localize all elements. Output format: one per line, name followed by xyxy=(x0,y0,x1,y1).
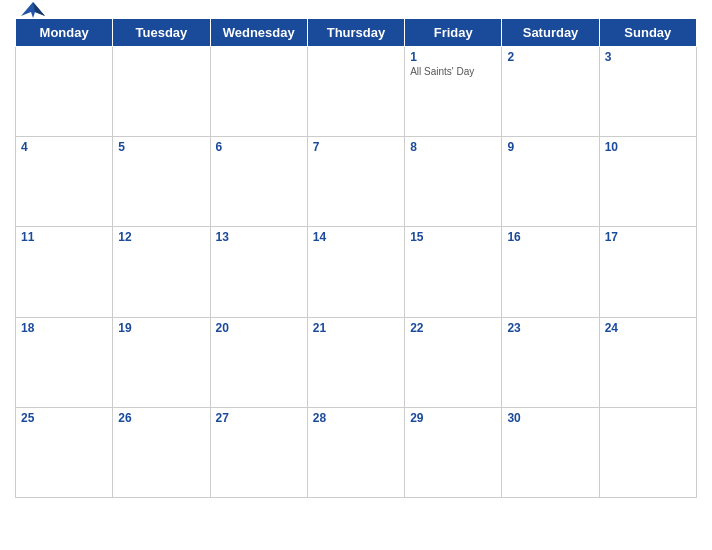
date-cell-28: 28 xyxy=(307,407,404,497)
date-cell-11: 11 xyxy=(16,227,113,317)
date-number: 8 xyxy=(410,140,496,154)
date-number: 19 xyxy=(118,321,204,335)
date-cell-27: 27 xyxy=(210,407,307,497)
date-number: 25 xyxy=(21,411,107,425)
weekday-header-monday: Monday xyxy=(16,19,113,47)
date-cell-16: 16 xyxy=(502,227,599,317)
date-cell-1: 1All Saints' Day xyxy=(405,47,502,137)
date-number: 29 xyxy=(410,411,496,425)
date-cell-12: 12 xyxy=(113,227,210,317)
date-number: 17 xyxy=(605,230,691,244)
date-number: 5 xyxy=(118,140,204,154)
date-number: 22 xyxy=(410,321,496,335)
empty-cell xyxy=(210,47,307,137)
date-cell-26: 26 xyxy=(113,407,210,497)
date-number: 21 xyxy=(313,321,399,335)
weekday-header-tuesday: Tuesday xyxy=(113,19,210,47)
weekday-header-friday: Friday xyxy=(405,19,502,47)
date-number: 2 xyxy=(507,50,593,64)
logo-icon xyxy=(15,0,51,22)
date-number: 6 xyxy=(216,140,302,154)
svg-marker-0 xyxy=(21,2,45,18)
date-number: 3 xyxy=(605,50,691,64)
date-cell-14: 14 xyxy=(307,227,404,317)
date-cell-8: 8 xyxy=(405,137,502,227)
date-cell-29: 29 xyxy=(405,407,502,497)
date-cell-4: 4 xyxy=(16,137,113,227)
date-cell-20: 20 xyxy=(210,317,307,407)
date-number: 20 xyxy=(216,321,302,335)
date-number: 27 xyxy=(216,411,302,425)
logo xyxy=(15,0,51,22)
weekday-header-saturday: Saturday xyxy=(502,19,599,47)
date-cell-30: 30 xyxy=(502,407,599,497)
week-row-1: 1All Saints' Day23 xyxy=(16,47,697,137)
svg-marker-1 xyxy=(33,2,45,16)
weekday-header-thursday: Thursday xyxy=(307,19,404,47)
date-number: 9 xyxy=(507,140,593,154)
date-cell-2: 2 xyxy=(502,47,599,137)
date-cell-10: 10 xyxy=(599,137,696,227)
empty-cell xyxy=(16,47,113,137)
calendar-table: MondayTuesdayWednesdayThursdayFridaySatu… xyxy=(15,18,697,498)
date-number: 10 xyxy=(605,140,691,154)
holiday-label: All Saints' Day xyxy=(410,66,496,77)
date-number: 14 xyxy=(313,230,399,244)
date-number: 12 xyxy=(118,230,204,244)
date-number: 26 xyxy=(118,411,204,425)
date-number: 4 xyxy=(21,140,107,154)
date-cell-15: 15 xyxy=(405,227,502,317)
date-cell-9: 9 xyxy=(502,137,599,227)
date-number: 16 xyxy=(507,230,593,244)
date-number: 13 xyxy=(216,230,302,244)
date-cell-22: 22 xyxy=(405,317,502,407)
calendar-container: MondayTuesdayWednesdayThursdayFridaySatu… xyxy=(0,0,712,550)
date-cell-24: 24 xyxy=(599,317,696,407)
date-cell-3: 3 xyxy=(599,47,696,137)
weekday-header-wednesday: Wednesday xyxy=(210,19,307,47)
date-number: 23 xyxy=(507,321,593,335)
week-row-2: 45678910 xyxy=(16,137,697,227)
date-number: 28 xyxy=(313,411,399,425)
date-cell-23: 23 xyxy=(502,317,599,407)
empty-cell xyxy=(307,47,404,137)
empty-cell xyxy=(113,47,210,137)
week-row-4: 18192021222324 xyxy=(16,317,697,407)
date-number: 24 xyxy=(605,321,691,335)
date-cell-19: 19 xyxy=(113,317,210,407)
date-cell-6: 6 xyxy=(210,137,307,227)
week-row-5: 252627282930 xyxy=(16,407,697,497)
date-cell-25: 25 xyxy=(16,407,113,497)
date-number: 1 xyxy=(410,50,496,64)
date-number: 30 xyxy=(507,411,593,425)
date-number: 7 xyxy=(313,140,399,154)
date-cell-18: 18 xyxy=(16,317,113,407)
date-number: 11 xyxy=(21,230,107,244)
date-cell-13: 13 xyxy=(210,227,307,317)
date-cell-7: 7 xyxy=(307,137,404,227)
week-row-3: 11121314151617 xyxy=(16,227,697,317)
date-number: 18 xyxy=(21,321,107,335)
weekday-header-row: MondayTuesdayWednesdayThursdayFridaySatu… xyxy=(16,19,697,47)
date-number: 15 xyxy=(410,230,496,244)
date-cell-17: 17 xyxy=(599,227,696,317)
date-cell-21: 21 xyxy=(307,317,404,407)
empty-cell xyxy=(599,407,696,497)
weekday-header-sunday: Sunday xyxy=(599,19,696,47)
date-cell-5: 5 xyxy=(113,137,210,227)
